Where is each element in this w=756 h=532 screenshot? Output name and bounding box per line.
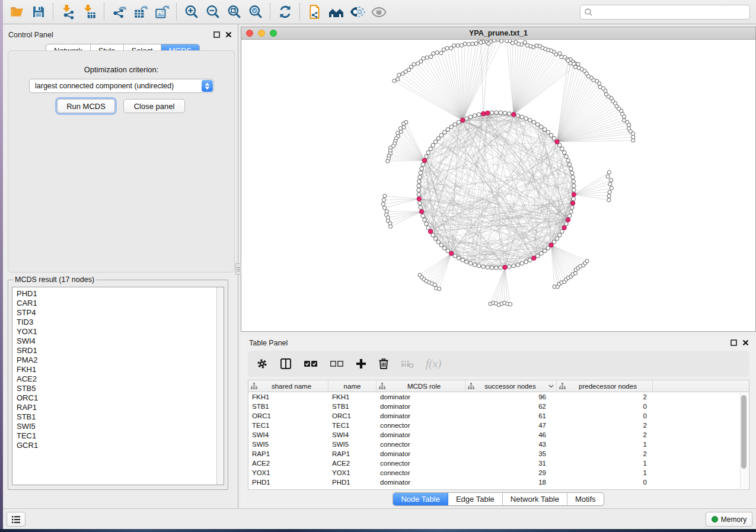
column-header-shared-name[interactable]: shared name [248,380,328,392]
cell-MCDS-role[interactable]: dominator [377,393,465,400]
cell-predecessor-nodes[interactable]: 1 [557,460,653,467]
cell-predecessor-nodes[interactable]: 0 [557,412,653,419]
table-row[interactable]: ORC1ORC1dominator610 [248,411,749,421]
network-from-selection-icon[interactable] [304,2,326,21]
cell-predecessor-nodes[interactable]: 2 [557,393,653,400]
cell-MCDS-role[interactable]: dominator [377,412,465,419]
close-panel-icon[interactable] [225,30,232,40]
cell-MCDS-role[interactable]: connector [377,422,465,429]
cell-MCDS-role[interactable]: dominator [377,403,465,410]
zoom-in-icon[interactable] [181,2,202,21]
first-neighbors-icon[interactable] [326,2,347,21]
task-history-button[interactable] [7,512,25,527]
cell-successor-nodes[interactable]: 62 [465,403,557,410]
cell-successor-nodes[interactable]: 43 [465,441,557,448]
cell-name[interactable]: FKH1 [328,393,377,400]
mcds-result-item[interactable]: STP4 [17,308,224,318]
cell-MCDS-role[interactable]: dominator [377,479,465,486]
tab-edge-table[interactable]: Edge Table [448,493,503,505]
cell-shared-name[interactable]: TEC1 [248,422,328,429]
cell-shared-name[interactable]: STB1 [248,403,328,410]
cell-MCDS-role[interactable]: connector [377,469,465,476]
column-header-MCDS-role[interactable]: MCDS role [377,380,465,392]
zoom-out-icon[interactable] [202,2,224,21]
column-header-predecessor-nodes[interactable]: predecessor nodes [557,380,653,392]
table-row[interactable]: TEC1TEC1connector472 [248,421,749,430]
cell-shared-name[interactable]: ACE2 [248,460,328,467]
network-window-titlebar[interactable]: YPA_prune.txt_1 [241,27,755,40]
cell-MCDS-role[interactable]: connector [377,441,465,448]
cell-name[interactable]: ORC1 [328,412,377,419]
cell-predecessor-nodes[interactable]: 2 [557,422,653,429]
apply-preferred-layout-icon[interactable] [275,2,296,21]
mcds-result-item[interactable]: PMA2 [17,355,224,365]
cell-successor-nodes[interactable]: 96 [465,393,557,400]
cell-name[interactable]: STB1 [328,403,377,410]
cell-name[interactable]: SWI4 [328,431,377,438]
zoom-fit-icon[interactable] [224,2,245,21]
cell-successor-nodes[interactable]: 61 [465,412,557,419]
mcds-result-item[interactable]: RAP1 [17,403,224,412]
mcds-result-item[interactable]: STB1 [17,412,224,422]
close-panel-button[interactable]: Close panel [123,99,185,113]
export-image-icon[interactable] [151,2,173,21]
open-session-icon[interactable] [7,2,28,21]
mcds-result-item[interactable]: CAR1 [17,299,224,308]
export-network-icon[interactable] [109,2,130,21]
mcds-result-item[interactable]: GCR1 [17,441,224,450]
cell-predecessor-nodes[interactable]: 1 [557,441,653,448]
cell-successor-nodes[interactable]: 46 [465,431,557,438]
cell-predecessor-nodes[interactable]: 0 [557,479,653,486]
add-column-icon[interactable] [356,358,366,369]
memory-button[interactable]: Memory [706,512,752,527]
cell-name[interactable]: RAP1 [328,450,377,457]
save-session-icon[interactable] [28,2,49,21]
mcds-result-item[interactable]: SWI5 [17,422,224,431]
table-settings-icon[interactable] [256,358,268,370]
column-header-successor-nodes[interactable]: successor nodes [465,380,557,392]
cell-predecessor-nodes[interactable]: 1 [557,469,653,476]
table-row[interactable]: RAP1RAP1dominator352 [248,449,749,459]
cell-successor-nodes[interactable]: 31 [465,460,557,467]
import-network-icon[interactable] [58,2,79,21]
cell-shared-name[interactable]: ORC1 [248,412,328,419]
hide-graphics-details-icon[interactable] [368,2,390,21]
cell-name[interactable]: SWI5 [328,441,377,448]
show-graphics-details-icon[interactable] [347,2,368,21]
select-all-columns-icon[interactable] [304,360,318,368]
zoom-selected-icon[interactable] [245,2,266,21]
cell-name[interactable]: TEC1 [328,422,377,429]
cell-MCDS-role[interactable]: connector [377,460,465,467]
search-input[interactable] [593,7,746,17]
cell-name[interactable]: YOX1 [328,469,377,476]
mcds-result-item[interactable]: PHD1 [17,289,224,299]
table-scrollbar-thumb[interactable] [741,395,747,469]
cell-shared-name[interactable]: YOX1 [248,469,328,476]
mcds-list-scrollbar[interactable] [216,287,224,485]
import-table-icon[interactable] [79,2,100,21]
cell-successor-nodes[interactable]: 29 [465,469,557,476]
tab-motifs[interactable]: Motifs [567,493,604,505]
tab-network-table[interactable]: Network Table [503,493,567,505]
delete-column-icon[interactable] [378,358,389,370]
cell-predecessor-nodes[interactable]: 2 [557,431,653,438]
cell-shared-name[interactable]: FKH1 [248,393,328,400]
cell-successor-nodes[interactable]: 47 [465,422,557,429]
search-box[interactable] [580,5,750,20]
cell-MCDS-role[interactable]: dominator [377,450,465,457]
column-header-name[interactable]: name [328,380,377,392]
mcds-result-item[interactable]: ORC1 [17,393,224,403]
cell-shared-name[interactable]: SWI5 [248,441,328,448]
mcds-result-item[interactable]: TEC1 [17,431,224,441]
panel-splitter-handle[interactable] [235,263,241,275]
table-row[interactable]: SWI5SWI5connector431 [248,440,749,449]
cell-predecessor-nodes[interactable]: 0 [557,403,653,410]
tab-node-table[interactable]: Node Table [393,493,448,505]
cell-shared-name[interactable]: RAP1 [248,450,328,457]
table-row[interactable]: YOX1YOX1connector291 [248,468,749,477]
cell-shared-name[interactable]: SWI4 [248,431,328,438]
cell-successor-nodes[interactable]: 18 [465,479,557,486]
float-panel-icon[interactable] [213,30,220,40]
cell-MCDS-role[interactable]: dominator [377,431,465,438]
mcds-result-item[interactable]: STB5 [17,384,224,393]
